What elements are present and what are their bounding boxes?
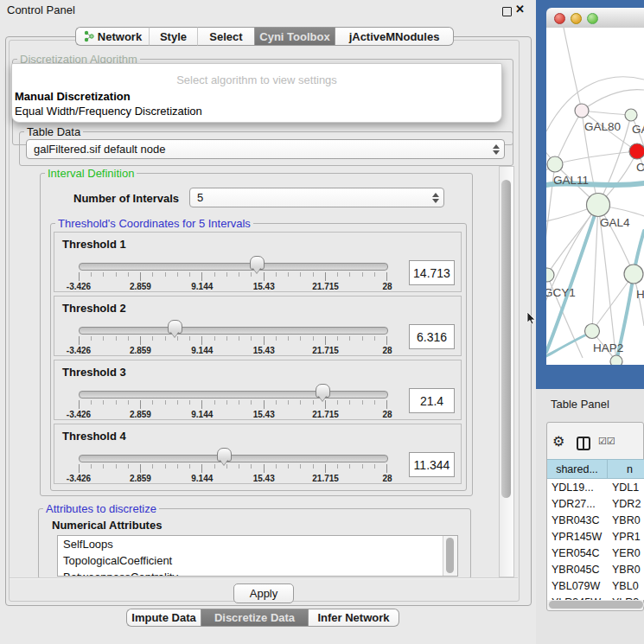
close-icon[interactable]: ✕ — [515, 3, 525, 16]
table-cell[interactable]: YBR0 — [608, 564, 641, 576]
network-node[interactable] — [575, 104, 589, 118]
tab-impute-data[interactable]: Impute Data — [126, 609, 201, 627]
tick-label: 21.715 — [312, 346, 339, 355]
table-row[interactable]: YER054CYER0 — [547, 545, 644, 561]
table-cell[interactable]: YPR145W — [547, 531, 608, 543]
slider-track — [79, 455, 388, 462]
table-cell[interactable]: YER0 — [608, 547, 641, 559]
algorithm-hint: Select algorithm to view settings — [12, 73, 501, 86]
network-edge[interactable] — [555, 111, 582, 164]
number-of-intervals-combobox[interactable]: 5 — [189, 188, 444, 207]
tab-select[interactable]: Select — [197, 27, 254, 46]
tick-label: -3.426 — [67, 346, 91, 355]
numerical-attributes-list[interactable]: SelfLoopsTopologicalCoefficientBetweenne… — [57, 535, 458, 577]
column-layout-icon[interactable] — [577, 437, 590, 450]
table-horizontal-scrollbar-thumb[interactable] — [549, 601, 643, 609]
table-horizontal-scrollbar[interactable] — [548, 600, 644, 609]
table-cell[interactable]: YPR1 — [608, 531, 641, 543]
threshold-2-value-field[interactable]: 6.316 — [409, 324, 455, 349]
slider-thumb[interactable] — [168, 320, 182, 334]
table-data-combobox[interactable]: galFiltered.sif default node — [26, 139, 505, 159]
main-scrollbar[interactable] — [499, 166, 514, 577]
slider-thumb[interactable] — [217, 448, 232, 462]
table-row[interactable]: YBR043CYBR0 — [547, 512, 644, 528]
node-table[interactable]: shared... n YDL19...YDL1YDR27...YDR2YBR0… — [547, 459, 644, 600]
option-equal-width-frequency[interactable]: Equal Width/Frequency Discretization — [15, 105, 202, 118]
network-edge[interactable] — [555, 151, 637, 164]
threshold-1-label: Threshold 1 — [62, 238, 126, 251]
threshold-3-value-field[interactable]: 21.4 — [409, 388, 455, 413]
tab-style[interactable]: Style — [149, 27, 197, 46]
tab-jactivemnodules[interactable]: jActiveMNodules — [335, 27, 454, 46]
close-traffic-light[interactable] — [554, 13, 565, 24]
gear-icon[interactable]: ⚙ — [552, 433, 564, 450]
tick-label: -3.426 — [67, 410, 91, 419]
table-cell[interactable]: YBL079W — [547, 580, 608, 592]
float-window-icon[interactable] — [502, 7, 512, 16]
tab-discretize-data-label: Discretize Data — [214, 611, 295, 624]
network-edge[interactable] — [564, 28, 582, 111]
table-cell[interactable]: YBR045C — [547, 564, 608, 576]
tab-discretize-data[interactable]: Discretize Data — [201, 609, 309, 627]
tick-label: 21.715 — [312, 410, 339, 419]
tab-network[interactable]: Network — [75, 27, 149, 46]
panel-title: Control Panel — [7, 3, 75, 16]
network-node-label: GA — [632, 123, 644, 136]
column-header-shared-name[interactable]: shared... — [547, 460, 608, 478]
table-cell[interactable]: YER054C — [547, 547, 608, 559]
list-scrollbar-thumb[interactable] — [446, 538, 454, 573]
table-cell[interactable]: YBL0 — [608, 580, 639, 592]
mouse-cursor — [526, 312, 536, 326]
table-cell[interactable]: YBR0 — [608, 514, 641, 526]
attribute-list-item[interactable]: BetweennessCentrality — [58, 569, 457, 577]
table-cell[interactable]: YDR2 — [608, 498, 641, 510]
table-row[interactable]: YDL19...YDL1 — [547, 479, 644, 495]
threshold-1-value-field[interactable]: 14.713 — [409, 260, 455, 285]
network-node[interactable] — [547, 156, 563, 172]
tick-label: 15.43 — [253, 346, 275, 355]
tab-infer-network[interactable]: Infer Network — [309, 609, 399, 627]
number-of-intervals-value: 5 — [197, 191, 203, 204]
network-node[interactable] — [629, 143, 644, 159]
network-edge[interactable] — [582, 90, 644, 111]
network-node-label: GAL4 — [600, 216, 630, 229]
network-node[interactable] — [587, 194, 610, 217]
slider-thumb[interactable] — [250, 256, 265, 270]
table-cell[interactable]: YDR27... — [547, 498, 608, 510]
network-canvas[interactable]: GAL80GACGAL11GAL4GCY1HHAP2 — [546, 28, 644, 365]
table-cell[interactable]: YDL1 — [608, 481, 639, 494]
minimize-traffic-light[interactable] — [571, 13, 582, 24]
network-node[interactable] — [624, 265, 643, 284]
tab-cyni-toolbox[interactable]: Cyni Toolbox — [254, 27, 335, 46]
column-header-name[interactable]: n — [608, 460, 644, 478]
table-row[interactable]: YPR145WYPR1 — [547, 528, 644, 545]
select-columns-icon[interactable]: ☑☑ — [598, 436, 615, 447]
table-row[interactable]: YDR27...YDR2 — [547, 495, 644, 512]
network-window-titlebar[interactable] — [546, 8, 644, 29]
attribute-list-item[interactable]: TopologicalCoefficient — [58, 552, 457, 569]
option-manual-discretization[interactable]: Manual Discretization — [15, 90, 131, 103]
slider-thumb[interactable] — [316, 384, 330, 398]
attribute-list-item[interactable]: SelfLoops — [58, 536, 457, 552]
table-row[interactable]: YBL079WYBL0 — [547, 577, 644, 594]
tick-label: 15.43 — [253, 410, 275, 419]
apply-button[interactable]: Apply — [233, 583, 294, 603]
network-node[interactable] — [585, 324, 600, 339]
network-node-label: C — [636, 161, 644, 174]
table-row[interactable]: YLR345WYLR3 — [547, 594, 644, 600]
tick-label: 21.715 — [312, 282, 339, 291]
threshold-4-value-field[interactable]: 11.344 — [409, 452, 455, 477]
table-cell[interactable]: YDL19... — [547, 481, 608, 494]
table-row[interactable]: YBR045CYBR0 — [547, 561, 644, 577]
main-scrollbar-thumb[interactable] — [501, 180, 511, 498]
network-node[interactable] — [546, 268, 554, 282]
zoom-traffic-light[interactable] — [587, 13, 598, 24]
table-cell[interactable]: YBR043C — [547, 514, 608, 526]
list-scrollbar[interactable] — [443, 536, 457, 576]
threshold-2-panel: Threshold 2 -3.4262.8599.14415.4321.7152… — [54, 296, 462, 356]
network-icon — [83, 30, 94, 42]
network-node[interactable] — [610, 355, 622, 365]
combo-stepper-icon — [432, 193, 439, 203]
network-node-label: GAL11 — [553, 174, 589, 187]
network-node[interactable] — [625, 109, 637, 121]
